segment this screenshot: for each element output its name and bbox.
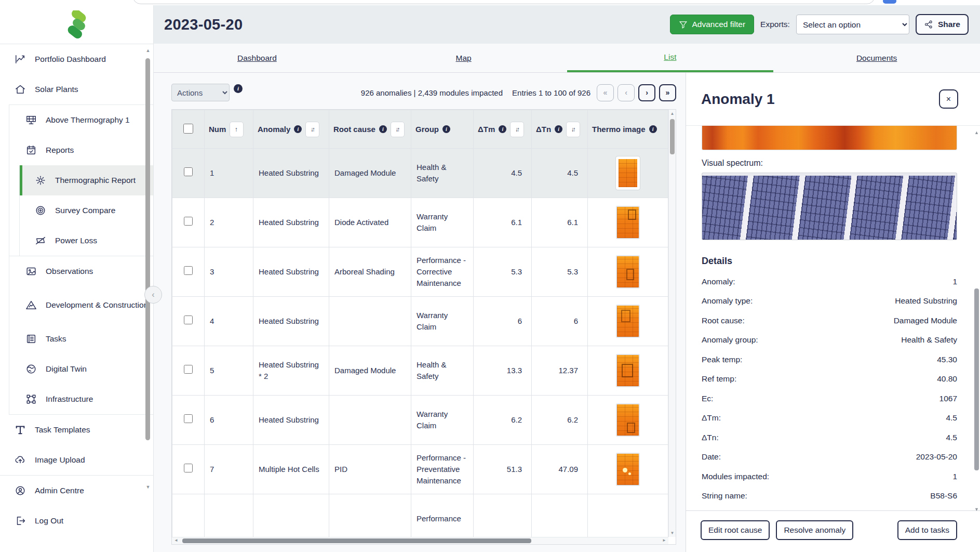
sidebar-item-label: Solar Plants: [35, 84, 78, 94]
tab-dashboard[interactable]: Dashboard: [154, 44, 360, 72]
info-icon[interactable]: i: [649, 125, 657, 133]
tab-map[interactable]: Map: [360, 44, 567, 72]
sidebar-item-development-construction[interactable]: Development & Construction: [9, 286, 153, 324]
row-checkbox[interactable]: [184, 365, 193, 374]
table-row[interactable]: Performance: [172, 494, 668, 544]
sidebar-item-task-templates[interactable]: Task Templates: [0, 415, 153, 445]
detail-value: 1: [952, 472, 957, 481]
table-row[interactable]: 2 Heated Substring Diode Activated Warra…: [172, 198, 668, 247]
app-root: Portfolio Dashboard Solar Plants Above T…: [0, 5, 980, 552]
table-horizontal-scrollbar[interactable]: ◄ ►: [172, 537, 668, 544]
info-icon[interactable]: i: [499, 125, 506, 133]
thermo-image-thumbnail[interactable]: [616, 403, 640, 437]
scroll-right-icon[interactable]: ►: [662, 538, 666, 543]
resolve-anomaly-button[interactable]: Resolve anomaly: [776, 520, 853, 540]
sidebar-item-reports[interactable]: Reports: [9, 135, 153, 165]
table-horizontal-scrollbar-thumb[interactable]: [182, 538, 531, 543]
thermo-image-thumbnail[interactable]: [616, 255, 640, 288]
sidebar-item-power-loss[interactable]: Power Loss: [20, 226, 153, 256]
scroll-down-icon[interactable]: ▼: [145, 484, 151, 490]
info-icon[interactable]: i: [442, 125, 450, 133]
thermo-image-thumbnail[interactable]: [616, 305, 640, 338]
sidebar-scrollbar[interactable]: ▲ ▼: [145, 48, 151, 490]
cell-dtm: 51.3: [474, 445, 532, 494]
scroll-up-icon[interactable]: ▲: [973, 130, 980, 135]
table-row[interactable]: 7 Multiple Hot Cells PID Performance - P…: [172, 445, 668, 494]
table-vertical-scrollbar-thumb[interactable]: [670, 119, 675, 154]
select-all-checkbox[interactable]: [183, 124, 193, 134]
panel-scrollbar-thumb[interactable]: [974, 288, 979, 470]
panel-scrollbar[interactable]: ▲ ▼: [973, 130, 980, 512]
sidebar-item-digital-twin[interactable]: Digital Twin: [9, 354, 153, 384]
table-row[interactable]: 3 Heated Substring Arboreal Shading Perf…: [172, 247, 668, 297]
sidebar-item-portfolio-dashboard[interactable]: Portfolio Dashboard: [0, 44, 153, 74]
sidebar-item-survey-compare[interactable]: Survey Compare: [20, 195, 153, 226]
actions-select[interactable]: Actions: [171, 84, 230, 101]
detail-label: Anomaly group:: [702, 335, 758, 345]
info-icon[interactable]: i: [379, 125, 387, 133]
table-row[interactable]: 6 Heated Substring Warranty Claim 6.2 6.…: [172, 396, 668, 445]
exports-select[interactable]: Select an option: [796, 15, 909, 34]
sidebar-collapse-button[interactable]: ‹: [144, 286, 162, 304]
cell-dtm: [474, 494, 532, 544]
table-vertical-scrollbar[interactable]: ▲ ▼: [668, 110, 676, 537]
row-checkbox[interactable]: [184, 167, 193, 176]
previous-page-button[interactable]: ‹: [617, 84, 635, 101]
scroll-left-icon[interactable]: ◄: [174, 538, 178, 543]
close-icon[interactable]: ×: [939, 89, 958, 109]
table-row[interactable]: 5 Heated Substring * 2 Damaged Module He…: [172, 346, 668, 396]
thermo-image-thumbnail[interactable]: [616, 156, 640, 190]
cell-num: 7: [205, 445, 253, 494]
sidebar-item-infrastructure[interactable]: Infrastructure: [9, 384, 153, 414]
cell-root-cause: [329, 494, 411, 544]
thermal-spectrum-image[interactable]: [702, 126, 957, 150]
sidebar-item-tasks[interactable]: Tasks: [9, 324, 153, 354]
tab-documents[interactable]: Documents: [773, 44, 980, 72]
visual-spectrum-image[interactable]: [702, 173, 957, 240]
sort-icon[interactable]: ↓↑: [391, 122, 405, 137]
table-row[interactable]: 4 Heated Substring Warranty Claim 6 6: [172, 297, 668, 346]
thermo-image-thumbnail[interactable]: [616, 206, 640, 239]
sidebar-item-admin-centre[interactable]: Admin Centre: [0, 476, 153, 506]
table-row[interactable]: 1 Heated Substring Damaged Module Health…: [172, 149, 668, 198]
scroll-up-icon[interactable]: ▲: [145, 48, 151, 53]
info-icon[interactable]: i: [555, 125, 562, 133]
row-checkbox[interactable]: [184, 266, 193, 275]
sidebar-item-thermographic-report[interactable]: Thermographic Report: [20, 165, 153, 195]
sidebar-item-observations[interactable]: Observations: [9, 256, 153, 286]
scroll-down-icon[interactable]: ▼: [973, 507, 980, 512]
table-toolbar: Actions i 926 anomalies | 2,439 modules …: [171, 82, 676, 103]
add-to-tasks-button[interactable]: Add to tasks: [897, 520, 957, 540]
tab-label[interactable]: List: [664, 52, 676, 62]
sort-icon[interactable]: ↓↑: [566, 122, 580, 137]
row-checkbox[interactable]: [184, 316, 193, 324]
thermo-image-thumbnail[interactable]: [616, 354, 640, 387]
sort-icon[interactable]: ↓↑: [510, 122, 524, 137]
info-icon[interactable]: i: [234, 84, 243, 93]
row-checkbox[interactable]: [184, 217, 193, 226]
row-checkbox[interactable]: [184, 414, 193, 423]
share-button[interactable]: Share: [916, 14, 969, 35]
tab-label[interactable]: Documents: [856, 54, 897, 63]
row-checkbox[interactable]: [184, 464, 193, 472]
thermo-image-thumbnail[interactable]: [616, 453, 640, 486]
advanced-filter-button[interactable]: Advanced filter: [670, 15, 755, 34]
sort-icon[interactable]: ↓↑: [305, 122, 319, 137]
edit-root-cause-button[interactable]: Edit root cause: [701, 520, 770, 540]
sidebar-item-above-thermography-1[interactable]: Above Thermography 1: [9, 105, 153, 135]
sidebar-item-image-upload[interactable]: Image Upload: [0, 445, 153, 475]
next-page-button[interactable]: ›: [638, 84, 655, 101]
tab-label[interactable]: Map: [456, 54, 472, 63]
sidebar-item-log-out[interactable]: Log Out: [0, 506, 153, 536]
sort-ascending-icon[interactable]: ↑: [230, 122, 244, 137]
sidebar-item-solar-plants[interactable]: Solar Plants: [0, 74, 153, 104]
sidebar-scrollbar-thumb[interactable]: [145, 58, 150, 440]
anomaly-table-card: Num↑ Anomalyi↓↑ Root causei↓↑ Groupi ΔTm…: [171, 109, 676, 545]
info-icon[interactable]: i: [294, 125, 302, 133]
first-page-button[interactable]: «: [597, 84, 614, 101]
scroll-up-icon[interactable]: ▲: [669, 111, 676, 116]
tab-label[interactable]: Dashboard: [237, 54, 277, 63]
scroll-down-icon[interactable]: ▼: [669, 531, 676, 535]
tab-list[interactable]: List: [567, 44, 774, 72]
last-page-button[interactable]: »: [659, 84, 676, 101]
